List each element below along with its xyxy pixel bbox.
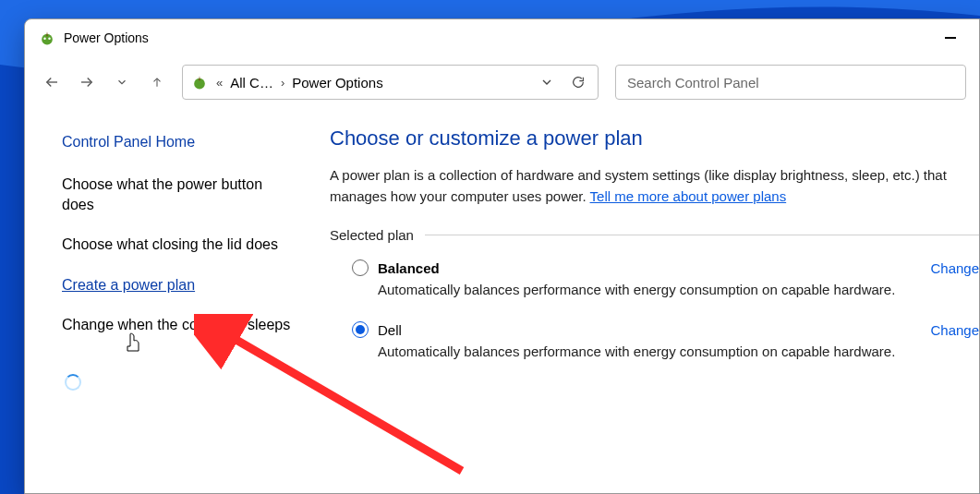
change-plan-settings-link[interactable]: Change	[930, 260, 979, 276]
change-plan-settings-link[interactable]: Change	[930, 322, 979, 338]
refresh-button[interactable]	[564, 68, 592, 96]
control-panel-home-link[interactable]: Control Panel Home	[62, 134, 311, 151]
radio-dell[interactable]	[352, 321, 369, 338]
chevron-right-icon: ›	[279, 76, 286, 90]
chevron-left-icon: «	[214, 76, 224, 90]
breadcrumb-prev[interactable]: All C…	[228, 75, 275, 90]
content-area: Control Panel Home Choose what the power…	[25, 108, 979, 493]
sidebar-link-create-plan[interactable]: Create a power plan	[62, 275, 293, 295]
svg-point-2	[48, 38, 51, 41]
page-heading: Choose or customize a power plan	[330, 127, 979, 151]
up-button[interactable]	[143, 68, 171, 96]
loading-spinner-icon	[65, 374, 81, 391]
sidebar-link-close-lid[interactable]: Choose what closing the lid does	[62, 235, 293, 255]
radio-balanced[interactable]	[352, 259, 369, 276]
app-icon	[38, 29, 56, 47]
plan-description: Automatically balances performance with …	[352, 343, 979, 359]
address-bar[interactable]: « All C… › Power Options	[182, 65, 599, 100]
toolbar: « All C… › Power Options	[25, 56, 979, 108]
address-icon	[190, 73, 209, 91]
breadcrumb-current[interactable]: Power Options	[290, 75, 384, 90]
power-options-window: Power Options «	[24, 18, 980, 494]
svg-point-1	[43, 38, 46, 41]
window-title: Power Options	[64, 30, 149, 45]
titlebar: Power Options	[25, 19, 979, 56]
minimize-button[interactable]	[929, 24, 972, 52]
group-label: Selected plan	[330, 227, 425, 243]
sidebar: Control Panel Home Choose what the power…	[25, 108, 330, 493]
back-button[interactable]	[38, 68, 66, 96]
page-description: A power plan is a collection of hardware…	[330, 165, 979, 207]
plan-name[interactable]: Dell	[378, 322, 402, 338]
tell-me-more-link[interactable]: Tell me more about power plans	[590, 188, 787, 204]
plan-row-balanced: Balanced Change Automatically balances p…	[330, 259, 979, 297]
address-dropdown-button[interactable]	[533, 68, 561, 96]
forward-button[interactable]	[73, 68, 101, 96]
plan-name[interactable]: Balanced	[378, 260, 440, 276]
sidebar-link-change-sleep[interactable]: Change when the computer sleeps	[62, 315, 293, 335]
main-panel: Choose or customize a power plan A power…	[330, 108, 979, 493]
recent-locations-button[interactable]	[108, 68, 136, 96]
plan-description: Automatically balances performance with …	[352, 282, 979, 297]
selected-plan-group: Selected plan Balanced Change Automatica…	[330, 227, 979, 359]
search-input[interactable]	[615, 65, 966, 100]
divider	[425, 235, 979, 235]
plan-row-dell: Dell Change Automatically balances perfo…	[330, 321, 979, 359]
sidebar-link-power-button[interactable]: Choose what the power button does	[62, 175, 293, 214]
